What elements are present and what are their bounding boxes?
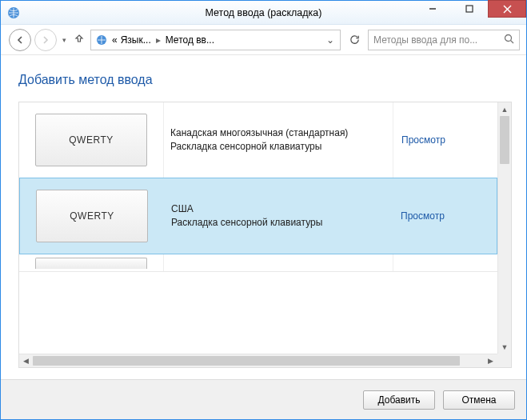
layout-name: США xyxy=(171,202,385,216)
scroll-up-icon[interactable]: ▲ xyxy=(498,102,511,116)
location-icon xyxy=(94,33,109,47)
vertical-scrollbar[interactable]: ▲ ▼ xyxy=(497,102,511,354)
page-title: Добавить метод ввода xyxy=(18,73,512,87)
window: Метод ввода (раскладка) ▾ « Язык... ▸ Ме… xyxy=(0,0,527,420)
breadcrumb-prefix: « xyxy=(112,34,118,46)
layout-name: Канадская многоязычная (стандартная) xyxy=(170,126,386,140)
breadcrumb-item[interactable]: Язык... xyxy=(121,34,151,46)
minimize-button[interactable] xyxy=(414,0,451,18)
svg-line-7 xyxy=(510,40,513,43)
window-controls xyxy=(414,1,526,24)
horizontal-scrollbar[interactable]: ◀ ▶ xyxy=(19,354,497,367)
description-cell: Канадская многоязычная (стандартная)Раск… xyxy=(163,102,393,178)
keyboard-thumbnail: QWERTY xyxy=(36,190,148,242)
chevron-right-icon: ▸ xyxy=(154,34,162,46)
thumbnail-cell: QWERTY xyxy=(19,102,163,178)
layout-subtitle: Раскладка сенсорной клавиатуры xyxy=(171,216,385,230)
description-cell: СШАРаскладка сенсорной клавиатуры xyxy=(164,178,393,254)
address-dropdown[interactable]: ⌄ xyxy=(322,34,338,46)
preview-cell: Просмотр xyxy=(393,178,497,254)
cancel-button[interactable]: Отмена xyxy=(443,390,515,410)
history-dropdown[interactable]: ▾ xyxy=(60,36,68,44)
layout-subtitle: Раскладка сенсорной клавиатуры xyxy=(170,140,386,154)
thumbnail-cell: QWERTY xyxy=(20,178,164,254)
maximize-button[interactable] xyxy=(451,0,488,18)
add-button[interactable]: Добавить xyxy=(363,390,435,410)
scroll-corner xyxy=(497,354,511,367)
svg-rect-2 xyxy=(466,6,473,12)
search-icon[interactable] xyxy=(501,34,516,46)
preview-link[interactable]: Просмотр xyxy=(401,210,445,222)
titlebar: Метод ввода (раскладка) xyxy=(1,1,526,25)
refresh-button[interactable] xyxy=(344,30,365,50)
forward-button[interactable] xyxy=(34,29,57,51)
list-item[interactable]: QWERTYСШАРаскладка сенсорной клавиатурыП… xyxy=(19,178,497,254)
keyboard-thumbnail: QWERTY xyxy=(35,114,147,166)
search-input[interactable] xyxy=(372,34,501,46)
layout-list: QWERTYКанадская многоязычная (стандартна… xyxy=(18,102,512,368)
nav-row: ▾ « Язык... ▸ Метод вв... ⌄ xyxy=(1,25,526,55)
app-icon xyxy=(6,5,22,21)
scroll-thumb[interactable] xyxy=(500,116,509,164)
close-button[interactable] xyxy=(488,0,526,18)
content: Добавить метод ввода QWERTYКанадская мно… xyxy=(1,55,526,368)
list-item[interactable]: QWERTYКанадская многоязычная (стандартна… xyxy=(19,102,497,178)
up-button[interactable] xyxy=(71,33,87,46)
back-button[interactable] xyxy=(9,29,31,51)
scroll-down-icon[interactable]: ▼ xyxy=(498,340,511,354)
preview-cell: Просмотр xyxy=(393,102,497,178)
scroll-left-icon[interactable]: ◀ xyxy=(19,354,33,367)
preview-link[interactable]: Просмотр xyxy=(401,134,445,146)
button-bar: Добавить Отмена xyxy=(1,379,526,419)
breadcrumb-item[interactable]: Метод вв... xyxy=(166,34,214,46)
search-box[interactable] xyxy=(368,30,520,50)
svg-point-6 xyxy=(505,34,511,41)
address-bar[interactable]: « Язык... ▸ Метод вв... ⌄ xyxy=(90,30,341,50)
scroll-thumb[interactable] xyxy=(33,356,460,366)
list-item[interactable] xyxy=(19,254,497,272)
scroll-right-icon[interactable]: ▶ xyxy=(484,354,497,367)
